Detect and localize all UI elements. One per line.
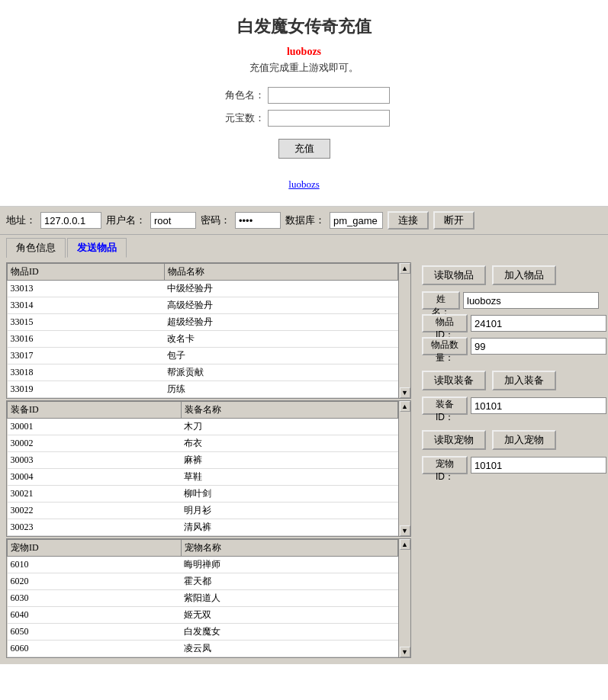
row-id: 30002 <box>8 435 182 452</box>
name-input[interactable] <box>463 292 599 309</box>
row-name: 木刀 <box>181 419 397 435</box>
row-id: 33018 <box>8 364 165 381</box>
read-item-button[interactable]: 读取物品 <box>422 265 486 285</box>
read-pet-button[interactable]: 读取宠物 <box>422 430 486 450</box>
table-row[interactable]: 33014高级经验丹 <box>8 297 398 314</box>
table-row[interactable]: 30002布衣 <box>8 435 398 452</box>
row-name: 姬无双 <box>181 607 397 624</box>
left-panel: 物品ID 物品名称 33013中级经验丹33014高级经验丹33015超级经验丹… <box>6 262 411 658</box>
disconnect-button[interactable]: 断开 <box>433 211 474 230</box>
table-row[interactable]: 6060凌云凤 <box>8 641 398 657</box>
table-row[interactable]: 6030紫阳道人 <box>8 590 398 607</box>
pet-col-name: 宠物名称 <box>181 540 397 557</box>
table-row[interactable]: 6010晦明禅师 <box>8 557 398 573</box>
item-qty-label: 物品数量： <box>422 337 468 355</box>
table-row[interactable]: 33018帮派贡献 <box>8 364 398 381</box>
table-row[interactable]: 33019历练 <box>8 381 398 398</box>
main-content: 物品ID 物品名称 33013中级经验丹33014高级经验丹33015超级经验丹… <box>0 258 608 664</box>
db-label: 数据库： <box>285 214 325 227</box>
pwd-label: 密码： <box>201 214 230 227</box>
table-row[interactable]: 33017包子 <box>8 348 398 364</box>
connect-button[interactable]: 连接 <box>388 211 429 230</box>
table-row[interactable]: 30001木刀 <box>8 419 398 435</box>
row-id: 30021 <box>8 486 182 503</box>
equip-id-input[interactable] <box>471 397 606 414</box>
tabs: 角色信息 发送物品 <box>0 235 608 258</box>
table-row[interactable]: 30022明月衫 <box>8 503 398 519</box>
equip-scroll-up[interactable]: ▲ <box>400 401 410 412</box>
equip-table: 装备ID 装备名称 30001木刀30002布衣30003麻裤30004草鞋30… <box>7 401 398 536</box>
top-username: luobozs <box>287 46 321 57</box>
row-name: 凌云凤 <box>181 641 397 657</box>
row-id: 33017 <box>8 348 165 364</box>
table-row[interactable]: 6040姬无双 <box>8 607 398 624</box>
row-name: 清风裤 <box>181 519 397 536</box>
table-row[interactable]: 30023清风裤 <box>8 519 398 536</box>
item-qty-input[interactable] <box>471 338 606 355</box>
items-scroll-up[interactable]: ▲ <box>400 263 410 274</box>
items-scroll-down[interactable]: ▼ <box>400 387 410 398</box>
row-name: 晦明禅师 <box>181 557 397 573</box>
row-name: 霍天都 <box>181 573 397 590</box>
tab-char-info[interactable]: 角色信息 <box>6 238 66 258</box>
db-input[interactable] <box>330 212 383 229</box>
equip-scrollbar[interactable]: ▲ ▼ <box>398 401 410 536</box>
row-name: 白发魔女 <box>181 624 397 641</box>
row-id: 30001 <box>8 419 182 435</box>
row-id: 6010 <box>8 557 182 573</box>
row-id: 33014 <box>8 297 165 314</box>
table-row[interactable]: 6050白发魔女 <box>8 624 398 641</box>
items-controls: 读取物品 加入物品 姓名： 物品ID： 物品数量： <box>419 262 602 358</box>
table-row[interactable]: 33016改名卡 <box>8 331 398 348</box>
user-label: 用户名： <box>106 214 146 227</box>
row-name: 草鞋 <box>181 469 397 486</box>
row-id: 6040 <box>8 607 182 624</box>
char-label: 角色名： <box>219 88 265 102</box>
row-id: 6030 <box>8 590 182 607</box>
tab-send-items[interactable]: 发送物品 <box>67 238 127 258</box>
top-subtitle: 充值完成重上游戏即可。 <box>0 61 608 75</box>
row-name: 超级经验丹 <box>164 314 397 331</box>
user-input[interactable] <box>150 212 196 229</box>
char-input[interactable] <box>268 87 390 104</box>
row-name: 柳叶剑 <box>181 486 397 503</box>
pwd-input[interactable] <box>235 212 281 229</box>
row-id: 6020 <box>8 573 182 590</box>
read-equip-button[interactable]: 读取装备 <box>422 371 486 390</box>
pet-scroll-down[interactable]: ▼ <box>400 647 410 657</box>
row-id: 33013 <box>8 281 165 297</box>
table-row[interactable]: 33015超级经验丹 <box>8 314 398 331</box>
items-scrollbar[interactable]: ▲ ▼ <box>398 263 410 398</box>
right-panel: 读取物品 加入物品 姓名： 物品ID： 物品数量： <box>419 262 602 658</box>
pet-controls: 读取宠物 加入宠物 宠物ID： <box>419 427 602 477</box>
table-row[interactable]: 30003麻裤 <box>8 452 398 469</box>
table-row[interactable]: 33013中级经验丹 <box>8 281 398 297</box>
pet-scrollbar[interactable]: ▲ ▼ <box>398 539 410 657</box>
table-row[interactable]: 6020霍天都 <box>8 573 398 590</box>
equip-controls: 读取装备 加入装备 装备ID： <box>419 368 602 418</box>
pet-col-id: 宠物ID <box>8 540 182 557</box>
items-table: 物品ID 物品名称 33013中级经验丹33014高级经验丹33015超级经验丹… <box>7 263 398 398</box>
addr-input[interactable] <box>40 212 101 229</box>
equip-col-name: 装备名称 <box>181 402 397 419</box>
equip-scroll-down[interactable]: ▼ <box>400 525 410 536</box>
add-equip-button[interactable]: 加入装备 <box>492 371 556 390</box>
yuan-label: 元宝数： <box>219 111 265 125</box>
yuan-input[interactable] <box>268 110 390 127</box>
pet-id-input[interactable] <box>471 457 606 474</box>
row-id: 30004 <box>8 469 182 486</box>
top-link[interactable]: luobozs <box>288 178 319 191</box>
item-id-label: 物品ID： <box>422 314 468 332</box>
pet-section: 宠物ID 宠物名称 6010晦明禅师6020霍天都6030紫阳道人6040姬无双… <box>6 538 411 658</box>
charge-button[interactable]: 充值 <box>278 139 330 159</box>
row-name: 历练 <box>164 381 397 398</box>
item-id-input[interactable] <box>471 315 606 332</box>
table-row[interactable]: 30004草鞋 <box>8 469 398 486</box>
add-pet-button[interactable]: 加入宠物 <box>492 430 556 450</box>
add-item-button[interactable]: 加入物品 <box>492 265 556 285</box>
table-row[interactable]: 30021柳叶剑 <box>8 486 398 503</box>
pet-scroll-up[interactable]: ▲ <box>400 539 410 550</box>
row-id: 33019 <box>8 381 165 398</box>
row-name: 明月衫 <box>181 503 397 519</box>
row-id: 33016 <box>8 331 165 348</box>
